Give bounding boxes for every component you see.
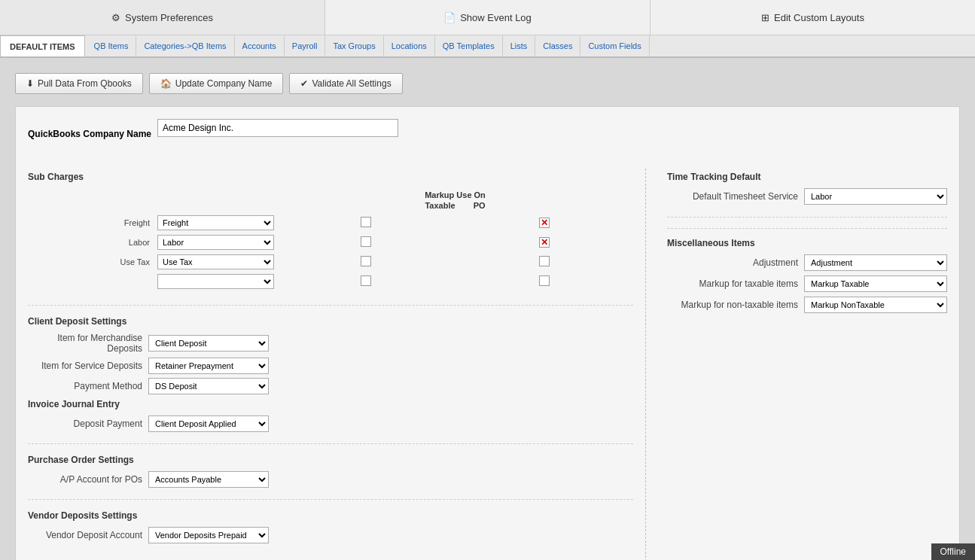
timesheet-service-row: Default Timesheet Service Labor	[667, 188, 947, 205]
service-deposit-select[interactable]: Retainer Prepayment	[148, 358, 269, 374]
use-tax-taxable-checkbox[interactable]	[361, 256, 371, 266]
freight-select-cell[interactable]: Freight	[154, 213, 277, 233]
labor-select[interactable]: Labor	[157, 235, 274, 250]
update-company-button[interactable]: 🏠 Update Company Name	[149, 73, 284, 94]
offline-badge: Offline	[931, 543, 975, 560]
labor-po-checkbox[interactable]: ✕	[539, 237, 550, 248]
freight-select[interactable]: Freight	[157, 215, 274, 230]
col-markup-header: Markup Use On Taxable PO	[277, 188, 633, 213]
freight-po-cell[interactable]: ✕	[456, 213, 634, 233]
download-icon: ⬇	[26, 78, 34, 89]
company-name-row: QuickBooks Company Name	[28, 119, 947, 157]
misc-items-section: Miscellaneous Items Adjustment Adjustmen…	[667, 238, 947, 325]
table-row	[28, 272, 633, 291]
markup-nontaxable-label: Markup for non-taxable items	[667, 300, 804, 310]
timesheet-service-label: Default Timesheet Service	[667, 191, 804, 202]
edit-custom-layouts-button[interactable]: ⊞ Edit Custom Layouts	[651, 0, 975, 35]
pull-data-button[interactable]: ⬇ Pull Data From Qbooks	[15, 73, 143, 94]
col-empty	[28, 188, 154, 213]
use-tax-label: Use Tax	[28, 252, 154, 272]
labor-label: Labor	[28, 233, 154, 252]
empty-select[interactable]	[157, 274, 274, 289]
validate-settings-button[interactable]: ✔ Validate All Settings	[289, 73, 402, 94]
freight-taxable-cell[interactable]	[277, 213, 456, 233]
tab-qb-templates[interactable]: QB Templates	[435, 35, 503, 56]
table-row: Use Tax Use Tax	[28, 252, 633, 272]
grid-icon: ⊞	[761, 12, 769, 23]
adjustment-row: Adjustment Adjustment	[667, 254, 947, 271]
use-tax-po-checkbox[interactable]	[539, 256, 550, 266]
divider	[667, 228, 947, 229]
client-deposit-header: Client Deposit Settings	[28, 316, 633, 327]
tab-custom-fields[interactable]: Custom Fields	[580, 35, 649, 56]
tab-classes[interactable]: Classes	[535, 35, 580, 56]
freight-taxable-checkbox[interactable]	[361, 217, 371, 227]
gear-icon: ⚙	[111, 12, 120, 23]
payment-method-label: Payment Method	[28, 381, 148, 391]
merch-deposit-label: Item for Merchandise Deposits	[28, 333, 148, 354]
labor-select-cell[interactable]: Labor	[154, 233, 277, 252]
settings-panel: QuickBooks Company Name Sub Charges	[15, 106, 960, 560]
company-name-label: QuickBooks Company Name	[28, 129, 151, 139]
company-name-input[interactable]	[157, 119, 398, 137]
deposit-payment-select[interactable]: Client Deposit Applied	[148, 415, 269, 432]
sub-charges-table: Markup Use On Taxable PO	[28, 188, 633, 291]
use-tax-po-cell[interactable]	[456, 252, 634, 272]
vendor-deposits-section: Vendor Deposits Settings Vendor Deposit …	[28, 510, 633, 555]
main-content: ⬇ Pull Data From Qbooks 🏠 Update Company…	[0, 58, 975, 560]
vendor-deposit-account-label: Vendor Deposit Account	[28, 530, 148, 540]
vendor-deposit-account-row: Vendor Deposit Account Vendor Deposits P…	[28, 527, 633, 543]
empty-taxable-cell[interactable]	[277, 272, 456, 291]
time-tracking-header: Time Tracking Default	[667, 172, 947, 182]
merch-deposit-row: Item for Merchandise Deposits Client Dep…	[28, 333, 633, 354]
payment-method-select[interactable]: DS Deposit	[148, 378, 269, 394]
tab-tax-groups[interactable]: Tax Groups	[325, 35, 383, 56]
two-col-layout: Sub Charges Markup Use On Ta	[28, 169, 947, 560]
service-deposit-label: Item for Service Deposits	[28, 361, 148, 371]
adjustment-select[interactable]: Adjustment	[804, 254, 947, 271]
invoice-journal-section: Invoice Journal Entry Deposit Payment Cl…	[28, 399, 633, 432]
labor-taxable-checkbox[interactable]	[361, 236, 371, 247]
freight-po-checkbox[interactable]: ✕	[539, 218, 550, 228]
labor-taxable-cell[interactable]	[277, 233, 456, 252]
empty-select-cell[interactable]	[154, 272, 277, 291]
labor-po-cell[interactable]: ✕	[456, 233, 634, 252]
col-select	[154, 188, 277, 213]
document-icon: 📄	[443, 12, 456, 23]
markup-taxable-row: Markup for taxable items Markup Taxable	[667, 275, 947, 292]
system-preferences-button[interactable]: ⚙ System Preferences	[0, 0, 325, 35]
right-column: Time Tracking Default Default Timesheet …	[661, 169, 947, 560]
table-row: Labor Labor ✕	[28, 233, 633, 252]
markup-taxable-select[interactable]: Markup Taxable	[804, 275, 947, 292]
service-deposit-row: Item for Service Deposits Retainer Prepa…	[28, 358, 633, 374]
use-tax-select-cell[interactable]: Use Tax	[154, 252, 277, 272]
merch-deposit-select[interactable]: Client Deposit	[148, 335, 269, 352]
tab-accounts[interactable]: Accounts	[235, 35, 285, 56]
invoice-journal-header: Invoice Journal Entry	[28, 399, 633, 409]
deposit-payment-label: Deposit Payment	[28, 418, 148, 429]
tab-locations[interactable]: Locations	[384, 35, 435, 56]
tab-payroll[interactable]: Payroll	[285, 35, 326, 56]
purchase-order-header: Purchase Order Settings	[28, 455, 633, 465]
use-tax-taxable-cell[interactable]	[277, 252, 456, 272]
tab-bar: DEFAULT ITEMS QB Items Categories->QB It…	[0, 35, 975, 58]
vendor-deposit-account-select[interactable]: Vendor Deposits Prepaid	[148, 527, 269, 543]
empty-label	[28, 272, 154, 291]
empty-po-checkbox[interactable]	[539, 275, 550, 286]
timesheet-service-select[interactable]: Labor	[804, 188, 947, 205]
empty-taxable-checkbox[interactable]	[361, 275, 371, 286]
vendor-deposits-header: Vendor Deposits Settings	[28, 510, 633, 521]
markup-nontaxable-select[interactable]: Markup NonTaxable	[804, 297, 947, 313]
tab-default-items[interactable]: DEFAULT ITEMS	[0, 35, 85, 56]
use-tax-select[interactable]: Use Tax	[157, 254, 274, 269]
tab-categories-qb-items[interactable]: Categories->QB Items	[136, 35, 234, 56]
tab-qb-items[interactable]: QB Items	[87, 35, 137, 56]
tab-lists[interactable]: Lists	[503, 35, 536, 56]
ap-account-label: A/P Account for POs	[28, 474, 148, 485]
sub-charges-header: Sub Charges	[28, 172, 633, 182]
markup-nontaxable-row: Markup for non-taxable items Markup NonT…	[667, 297, 947, 313]
empty-po-cell[interactable]	[456, 272, 634, 291]
home-icon: 🏠	[160, 78, 172, 89]
show-event-log-button[interactable]: 📄 Show Event Log	[325, 0, 651, 35]
ap-account-select[interactable]: Accounts Payable	[148, 471, 269, 488]
